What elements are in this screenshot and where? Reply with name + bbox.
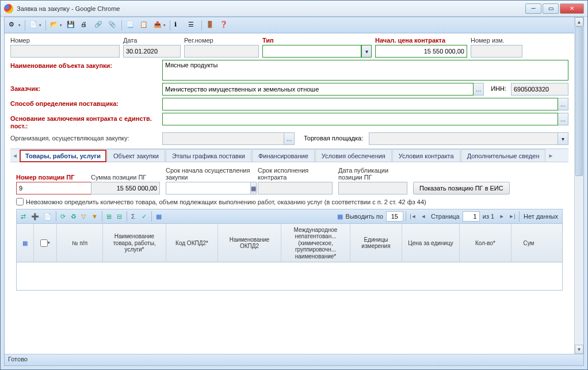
tool-info[interactable]: ℹ xyxy=(173,20,185,31)
tool-attach[interactable]: 📎 xyxy=(106,20,119,31)
basis-lookup-button[interactable]: … xyxy=(558,113,568,125)
tool-8[interactable]: ☰ xyxy=(186,20,199,31)
tab-contract[interactable]: Условия контракта xyxy=(392,149,460,162)
col-okpd-name[interactable]: Наименование ОКПД2 xyxy=(218,224,281,262)
page-prev[interactable]: ◄ xyxy=(419,212,428,221)
input-pagesize[interactable] xyxy=(386,211,403,222)
input-date[interactable] xyxy=(123,45,181,58)
col-units[interactable]: Единицы измерения xyxy=(350,224,402,262)
label-posno: Номер позиции ПГ xyxy=(16,174,85,181)
statusbar: Готово xyxy=(5,354,583,365)
input-supplier-method[interactable] xyxy=(162,98,558,110)
page-next[interactable]: ► xyxy=(497,212,506,221)
tab-finance[interactable]: Финансирование xyxy=(252,149,315,162)
input-regno[interactable] xyxy=(184,45,259,58)
scroll-thumb[interactable] xyxy=(575,26,583,176)
org-lookup-button[interactable]: … xyxy=(284,132,295,145)
input-startdate[interactable] xyxy=(166,182,251,194)
tool-help[interactable]: ❓ xyxy=(218,20,231,31)
tool-7[interactable]: 📤▾ xyxy=(152,20,167,31)
grid-tool-7[interactable]: ▼ xyxy=(90,211,100,222)
grid-tool-4[interactable]: ⟳ xyxy=(59,211,68,222)
tool-open[interactable]: 📂▾ xyxy=(48,20,64,31)
tab-object[interactable]: Объект закупки xyxy=(107,149,165,162)
label-date: Дата xyxy=(123,37,181,44)
col-name[interactable]: Наименование товара, работы, услуги* xyxy=(103,224,166,262)
tab-scroll-left[interactable]: ◄ xyxy=(10,152,20,159)
col-price[interactable]: Цена за единицу xyxy=(402,224,460,262)
page-first[interactable]: |◄ xyxy=(408,212,418,221)
tab-goods[interactable]: Товары, работы, услуги xyxy=(20,150,106,162)
tool-6[interactable]: 📋 xyxy=(138,20,151,31)
input-number[interactable] xyxy=(10,45,120,58)
col-sum[interactable]: Сум xyxy=(511,224,546,262)
scroll-down[interactable]: ▼ xyxy=(575,345,583,354)
input-single-basis[interactable] xyxy=(162,113,558,125)
input-type[interactable] xyxy=(262,45,361,58)
type-dropdown-button[interactable]: ▾ xyxy=(361,45,372,58)
col-select[interactable]: ▦ xyxy=(17,224,34,262)
grid-tool-8[interactable]: ⊞ xyxy=(105,211,114,222)
maximize-button[interactable]: ▭ xyxy=(543,3,559,14)
tool-exit[interactable]: 🚪 xyxy=(204,20,217,31)
tool-menu-1[interactable]: ⚙▾ xyxy=(7,20,22,31)
col-qty[interactable]: Кол-во* xyxy=(460,224,511,262)
page-last[interactable]: ►| xyxy=(507,212,517,221)
grid-tool-2[interactable]: ➕ xyxy=(29,211,41,222)
grid-toolbar: ⇄ ➕ 📄 ⟳ ♻ ▽ ▼ ⊞ ⊟ Σ ✓ ▦ xyxy=(16,209,563,224)
input-platform[interactable] xyxy=(369,132,558,145)
doc-icon: 📃 xyxy=(126,21,135,30)
grid-tool-6[interactable]: ▽ xyxy=(79,211,89,222)
tool-5[interactable]: 📃 xyxy=(124,20,137,31)
input-possum[interactable] xyxy=(91,182,160,194)
input-inn[interactable] xyxy=(511,83,568,96)
platform-dropdown-button[interactable]: ▾ xyxy=(558,132,568,145)
tab-additional[interactable]: Дополнительные сведен xyxy=(461,149,546,162)
vertical-scrollbar[interactable]: ▲ ▼ xyxy=(574,17,583,354)
tab-stages[interactable]: Этапы графика поставки xyxy=(166,149,251,162)
input-price[interactable] xyxy=(375,45,467,58)
tool-link[interactable]: 🔗 xyxy=(93,20,105,31)
status-text: Готово xyxy=(8,356,28,363)
header-checkbox[interactable] xyxy=(40,239,48,247)
supplier-lookup-button[interactable]: … xyxy=(558,98,568,110)
col-npp[interactable]: № п/п xyxy=(57,224,103,262)
input-change[interactable] xyxy=(471,45,522,58)
tool-print[interactable]: 🖨 xyxy=(79,20,91,31)
tab-security[interactable]: Условия обеспечения xyxy=(315,149,392,162)
grid-tool-12[interactable]: ▦ xyxy=(154,211,163,222)
grid-cfg-icon[interactable]: ▦ xyxy=(337,213,343,220)
tab-scroll-right[interactable]: ► xyxy=(546,152,555,159)
grid-tool-9[interactable]: ⊟ xyxy=(115,211,124,222)
input-customer[interactable] xyxy=(162,83,474,96)
input-pubdate[interactable] xyxy=(338,182,407,194)
grid-tool-5[interactable]: ♻ xyxy=(69,211,78,222)
input-org[interactable] xyxy=(162,132,284,145)
col-check[interactable]: ▾ xyxy=(34,224,57,262)
tool-new[interactable]: 📄▾ xyxy=(28,20,43,31)
label-showby: Выводить по xyxy=(346,213,383,220)
label-supplier-method: Способ определения поставщика: xyxy=(10,98,159,107)
customer-lookup-button[interactable]: … xyxy=(474,83,484,96)
col-intl[interactable]: Международное непатентован... (химическо… xyxy=(281,224,350,262)
input-execdate[interactable] xyxy=(258,182,333,194)
input-object-name[interactable]: Мясные продукты xyxy=(162,60,568,81)
scroll-up[interactable]: ▲ xyxy=(575,17,583,26)
chrome-icon xyxy=(4,4,13,13)
close-button[interactable]: ✕ xyxy=(560,3,584,14)
grid-tool-11[interactable]: ✓ xyxy=(140,211,149,222)
startdate-cal-button[interactable]: ▦ xyxy=(251,182,257,194)
minimize-button[interactable]: ─ xyxy=(525,3,541,14)
col-okpd-code[interactable]: Код ОКПД2* xyxy=(166,224,218,262)
window-title: Заявка на закупку - Google Chrome xyxy=(17,5,525,12)
print-icon: 🖨 xyxy=(81,21,90,30)
grid-tool-3[interactable]: 📄 xyxy=(42,211,54,222)
grid-tool-1[interactable]: ⇄ xyxy=(19,211,28,222)
grid-tool-10[interactable]: Σ xyxy=(129,211,139,222)
input-pageno[interactable] xyxy=(463,211,480,222)
show-position-button[interactable]: Показать позицию ПГ в ЕИС xyxy=(413,182,510,194)
input-posno[interactable] xyxy=(16,182,101,194)
tool-save[interactable]: 💾 xyxy=(65,20,78,31)
checkbox-undetermined[interactable] xyxy=(16,198,24,205)
tree-icon: ⇄ xyxy=(21,213,26,220)
